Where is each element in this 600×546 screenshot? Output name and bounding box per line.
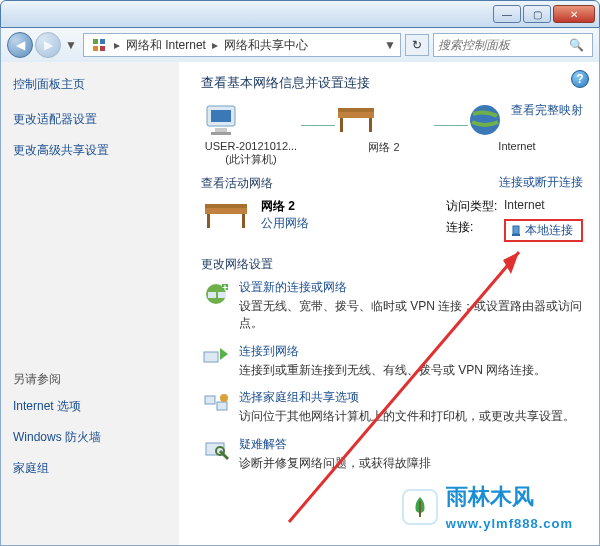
svg-rect-14 bbox=[205, 204, 247, 208]
advanced-sharing-link[interactable]: 更改高级共享设置 bbox=[13, 142, 167, 159]
help-button[interactable]: ? bbox=[571, 70, 589, 88]
search-box[interactable]: 🔍 bbox=[433, 33, 593, 57]
local-connection-link[interactable]: 本地连接 bbox=[504, 219, 583, 242]
change-adapter-settings-link[interactable]: 更改适配器设置 bbox=[13, 111, 167, 128]
internet-label: Internet bbox=[467, 140, 567, 152]
see-also-heading: 另请参阅 bbox=[13, 371, 167, 388]
troubleshoot-link[interactable]: 疑难解答 bbox=[239, 436, 431, 453]
svg-rect-17 bbox=[513, 226, 519, 234]
setup-connection-link[interactable]: 设置新的连接或网络 bbox=[239, 279, 583, 296]
svg-rect-21 bbox=[218, 292, 226, 298]
control-panel-home-link[interactable]: 控制面板主页 bbox=[13, 76, 167, 93]
forward-icon: ▶ bbox=[44, 38, 53, 52]
svg-rect-7 bbox=[211, 132, 231, 135]
svg-rect-2 bbox=[93, 46, 98, 51]
back-button[interactable]: ◀ bbox=[7, 32, 33, 58]
minimize-icon: — bbox=[502, 9, 512, 20]
refresh-icon: ↻ bbox=[412, 38, 422, 52]
troubleshoot-item: 疑难解答 诊断并修复网络问题，或获得故障排 bbox=[201, 436, 583, 472]
svg-rect-23 bbox=[204, 352, 218, 362]
maximize-button[interactable]: ▢ bbox=[523, 5, 551, 23]
breadcrumb-segment[interactable]: 网络和共享中心 bbox=[220, 37, 312, 54]
bench-icon bbox=[201, 198, 251, 234]
connect-network-icon bbox=[201, 343, 231, 373]
homegroup-options-desc: 访问位于其他网络计算机上的文件和打印机，或更改共享设置。 bbox=[239, 408, 575, 425]
forward-button[interactable]: ▶ bbox=[35, 32, 61, 58]
connect-network-desc: 连接到或重新连接到无线、有线、拨号或 VPN 网络连接。 bbox=[239, 362, 546, 379]
network-type-link[interactable]: 公用网络 bbox=[261, 215, 446, 232]
troubleshoot-icon bbox=[201, 436, 231, 466]
svg-rect-3 bbox=[100, 46, 105, 51]
windows-firewall-link[interactable]: Windows 防火墙 bbox=[13, 429, 167, 446]
setup-connection-item: 设置新的连接或网络 设置无线、宽带、拨号、临时或 VPN 连接；或设置路由器或访… bbox=[201, 279, 583, 333]
history-dropdown[interactable]: ▼ bbox=[63, 38, 79, 52]
connection-label: 连接: bbox=[446, 219, 504, 242]
minimize-button[interactable]: — bbox=[493, 5, 521, 23]
close-button[interactable]: ✕ bbox=[553, 5, 595, 23]
computer-name: USER-20121012... bbox=[201, 140, 301, 152]
setup-connection-desc: 设置无线、宽带、拨号、临时或 VPN 连接；或设置路由器或访问点。 bbox=[239, 298, 583, 333]
chevron-right-icon: ▸ bbox=[112, 38, 122, 52]
page-title: 查看基本网络信息并设置连接 bbox=[201, 74, 583, 92]
svg-rect-16 bbox=[242, 214, 245, 228]
address-bar: ◀ ▶ ▼ ▸ 网络和 Internet ▸ 网络和共享中心 ▼ ↻ 🔍 bbox=[0, 28, 600, 62]
network-name: 网络 2 bbox=[334, 140, 434, 155]
connect-network-link[interactable]: 连接到网络 bbox=[239, 343, 546, 360]
svg-point-12 bbox=[470, 105, 500, 135]
svg-rect-25 bbox=[217, 402, 227, 410]
svg-rect-6 bbox=[215, 128, 227, 132]
svg-rect-5 bbox=[211, 110, 231, 122]
svg-rect-11 bbox=[369, 118, 372, 132]
close-icon: ✕ bbox=[570, 9, 578, 20]
network-map: USER-20121012... (此计算机) ——— 网络 2 ——— Int… bbox=[201, 102, 583, 167]
internet-options-link[interactable]: Internet 选项 bbox=[13, 398, 167, 415]
window-titlebar: — ▢ ✕ bbox=[0, 0, 600, 28]
access-type-label: 访问类型: bbox=[446, 198, 504, 215]
svg-rect-8 bbox=[338, 112, 374, 118]
svg-rect-10 bbox=[340, 118, 343, 132]
homegroup-icon bbox=[201, 389, 231, 419]
computer-icon bbox=[201, 102, 301, 138]
watermark-logo: 雨林木风 www.ylmf888.com bbox=[402, 482, 573, 531]
local-connection-text: 本地连接 bbox=[525, 222, 573, 239]
breadcrumb[interactable]: ▸ 网络和 Internet ▸ 网络和共享中心 ▼ bbox=[83, 33, 401, 57]
breadcrumb-dropdown[interactable]: ▼ bbox=[382, 38, 398, 52]
active-network-name: 网络 2 bbox=[261, 198, 446, 215]
svg-rect-15 bbox=[207, 214, 210, 228]
back-icon: ◀ bbox=[16, 38, 25, 52]
maximize-icon: ▢ bbox=[533, 9, 542, 20]
computer-sublabel: (此计算机) bbox=[201, 152, 301, 167]
svg-rect-20 bbox=[208, 292, 216, 298]
svg-rect-9 bbox=[338, 108, 374, 112]
setup-connection-icon bbox=[201, 279, 231, 309]
view-full-map-link[interactable]: 查看完整映射 bbox=[511, 102, 583, 119]
control-panel-icon bbox=[90, 36, 108, 54]
access-type-value: Internet bbox=[504, 198, 545, 215]
breadcrumb-segment[interactable]: 网络和 Internet bbox=[122, 37, 210, 54]
connect-network-item: 连接到网络 连接到或重新连接到无线、有线、拨号或 VPN 网络连接。 bbox=[201, 343, 583, 379]
homegroup-item: 选择家庭组和共享选项 访问位于其他网络计算机上的文件和打印机，或更改共享设置。 bbox=[201, 389, 583, 425]
homegroup-options-link[interactable]: 选择家庭组和共享选项 bbox=[239, 389, 575, 406]
svg-rect-24 bbox=[205, 396, 215, 404]
leaf-icon bbox=[402, 489, 438, 525]
sidebar: 控制面板主页 更改适配器设置 更改高级共享设置 另请参阅 Internet 选项… bbox=[1, 62, 179, 545]
bench-icon bbox=[334, 102, 434, 138]
svg-rect-0 bbox=[93, 39, 98, 44]
troubleshoot-desc: 诊断并修复网络问题，或获得故障排 bbox=[239, 455, 431, 472]
search-icon: 🔍 bbox=[569, 38, 584, 52]
chevron-right-icon: ▸ bbox=[210, 38, 220, 52]
svg-rect-13 bbox=[205, 208, 247, 214]
svg-rect-18 bbox=[512, 234, 520, 236]
refresh-button[interactable]: ↻ bbox=[405, 34, 429, 56]
map-connector: ——— bbox=[434, 118, 467, 132]
homegroup-link[interactable]: 家庭组 bbox=[13, 460, 167, 477]
svg-point-26 bbox=[220, 394, 228, 402]
watermark-brand: 雨林木风 bbox=[446, 482, 573, 512]
connect-disconnect-link[interactable]: 连接或断开连接 bbox=[499, 174, 583, 191]
search-input[interactable] bbox=[438, 38, 569, 52]
watermark-url: www.ylmf888.com bbox=[446, 516, 573, 531]
map-connector: ——— bbox=[301, 118, 334, 132]
main-panel: ? 查看基本网络信息并设置连接 USER-20121012... (此计算机) … bbox=[179, 62, 599, 545]
change-settings-heading: 更改网络设置 bbox=[201, 256, 583, 273]
svg-rect-1 bbox=[100, 39, 105, 44]
